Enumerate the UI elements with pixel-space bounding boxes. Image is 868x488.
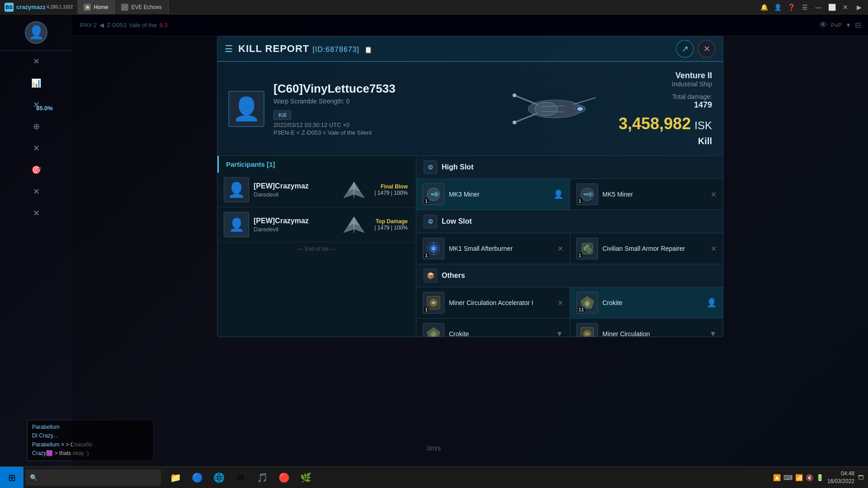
miner-circulation-item[interactable]: 1 Miner Circulation ▼: [570, 319, 723, 337]
taskbar-app-7[interactable]: 🌿: [296, 468, 316, 488]
armor-close-icon[interactable]: ✕: [711, 244, 717, 253]
equipment-panel: ⚙ High Slot: [416, 156, 723, 337]
bluestacks-logo: BS crazymazz 4.280.1.1022: [0, 3, 77, 12]
mk5-miner-name: MK5 Miner: [603, 190, 633, 198]
taskbar-right: 🔼 ⌨ 📶 🔇 🔋 04:48 16/03/2022 🗔: [773, 470, 868, 485]
mk5-miner-item[interactable]: 1 MK5 Miner ✕: [570, 179, 723, 210]
warp-scramble: Warp Scramble Strength: 0: [274, 98, 492, 105]
main-content: Participants [1] 👤 [PEW]Crazymaz Daredev…: [217, 156, 723, 337]
notification-btn[interactable]: 🔔: [758, 1, 770, 14]
taskbar-app-2[interactable]: 🔵: [187, 468, 207, 488]
taskbar-app-3[interactable]: 🌐: [209, 468, 229, 488]
mca-name: Miner Circulation Accelerator I: [449, 299, 533, 307]
side-icon-1[interactable]: ✕: [27, 52, 45, 70]
side-icon-5[interactable]: ✕: [27, 139, 45, 157]
start-button[interactable]: ⊞: [0, 467, 24, 488]
target-info: 👤 [C60]VinyLettuce7533 Warp Scramble Str…: [217, 62, 723, 156]
share-button[interactable]: ↗: [676, 40, 694, 58]
account-btn[interactable]: 👤: [771, 1, 784, 14]
mk5-miner-icon: 1: [576, 183, 598, 205]
mk3-miner-item[interactable]: 1 MK3 Miner 👤: [416, 179, 570, 210]
participants-end: — End of list —: [217, 242, 416, 256]
mk5-close-icon[interactable]: ✕: [711, 190, 717, 199]
maximize-btn[interactable]: ⬜: [826, 1, 838, 14]
participants-header: Participants [1]: [217, 156, 416, 173]
ship-class: Industrial Ship: [618, 80, 712, 88]
ship-type: Venture II: [618, 71, 712, 80]
high-slot-header: ⚙ High Slot: [416, 156, 723, 179]
ship-svg: [505, 84, 605, 134]
svg-point-6: [577, 107, 583, 111]
menu-btn[interactable]: ☰: [798, 1, 811, 14]
side-icon-8[interactable]: ✕: [27, 204, 45, 222]
chat-name-1: Parabellum: [32, 424, 60, 430]
hamburger-icon[interactable]: ☰: [225, 43, 233, 54]
final-blow-info-1: Final Blow | 1479 | 100%: [374, 183, 410, 196]
afterburner-item[interactable]: 1 MK1 Small Afterburner ✕: [416, 233, 570, 264]
bs-version: 4.280.1.1022: [47, 5, 73, 9]
mc-name: Miner Circulation: [603, 330, 650, 337]
clock-time: 04:48: [827, 470, 854, 478]
side-icon-7[interactable]: ✕: [27, 183, 45, 201]
others-icon: 📦: [424, 269, 437, 282]
expand-btn[interactable]: ▶: [853, 1, 865, 14]
others-items-2: 1 Crokite ▼: [416, 319, 723, 337]
chat-name-3: Parabellum: [32, 441, 60, 448]
panel-header-controls: ↗ ✕: [676, 40, 716, 58]
bs-tab-home[interactable]: 🏠 Home: [77, 0, 115, 14]
volume-icon: 🔇: [806, 474, 813, 481]
player-avatar[interactable]: 👤: [25, 21, 47, 44]
close-btn[interactable]: ✕: [839, 1, 852, 14]
crokite-item-2[interactable]: 1 Crokite ▼: [416, 319, 570, 337]
others-items: 1 Miner Circulation Accelerator I ✕: [416, 287, 723, 318]
home-tab-icon: 🏠: [84, 4, 91, 11]
crokite-person-icon: 👤: [707, 298, 717, 308]
chat-name-4: Crazy🟪: [32, 450, 53, 456]
damage-info-1: | 1479 | 100%: [374, 190, 408, 196]
daredevil-svg-1: [340, 180, 369, 200]
keyboard-icon: ⌨: [783, 474, 793, 481]
taskbar-app-1[interactable]: 📁: [165, 468, 185, 488]
crokite-svg-2: [425, 326, 442, 337]
crokite-name-2: Crokite: [449, 330, 469, 337]
side-icon-2[interactable]: 📊: [27, 74, 45, 92]
daredevil-svg-2: [340, 215, 369, 235]
participant-avatar-2: 👤: [224, 212, 249, 237]
close-button[interactable]: ✕: [698, 40, 716, 58]
armor-repairer-item[interactable]: 1 Civilian Small Armor Repairer ✕: [570, 233, 723, 264]
side-icon-4[interactable]: ⊕: [27, 117, 45, 136]
ship-icon-1: [338, 178, 370, 201]
help-btn[interactable]: ❓: [785, 1, 797, 14]
mca-item[interactable]: 1 Miner Circulation Accelerator I ✕: [416, 287, 570, 318]
crokite-chevron[interactable]: ▼: [556, 330, 563, 337]
taskbar-search[interactable]: 🔍: [25, 469, 161, 486]
afterburner-close-icon[interactable]: ✕: [557, 244, 563, 253]
svg-rect-30: [582, 243, 593, 254]
copy-icon[interactable]: 📋: [364, 46, 373, 53]
taskbar-app-4[interactable]: ✉: [231, 468, 250, 488]
notification-center[interactable]: 🗔: [858, 474, 863, 481]
minimize-btn[interactable]: —: [812, 1, 825, 14]
svg-line-3: [573, 98, 596, 104]
target-name: [C60]VinyLettuce7533: [274, 82, 492, 96]
participant-info-1: [PEW]Crazymaz Daredevil: [254, 182, 334, 198]
svg-point-36: [432, 301, 435, 304]
participant-item-2[interactable]: 👤 [PEW]Crazymaz Daredevil: [217, 207, 416, 242]
taskbar-app-6[interactable]: 🔴: [274, 468, 294, 488]
afterburner-count: 1: [424, 253, 429, 258]
bs-tab-eve[interactable]: 🎮 EVE Echoes: [115, 0, 168, 14]
isk-label: ISK: [694, 119, 712, 132]
participant-item-1[interactable]: 👤 [PEW]Crazymaz Daredevil: [217, 173, 416, 207]
taskbar-app-5[interactable]: 🎵: [252, 468, 272, 488]
side-icon-6[interactable]: 🎯: [27, 161, 45, 179]
others-section: 📦 Others: [416, 264, 723, 319]
high-slot-icon: ⚙: [424, 160, 437, 174]
high-slot-section: ⚙ High Slot: [416, 156, 723, 210]
mc-chevron[interactable]: ▼: [709, 330, 717, 337]
expand-tray-icon[interactable]: 🔼: [773, 474, 781, 481]
mca-close-icon[interactable]: ✕: [557, 299, 563, 307]
participant-avatar-1: 👤: [224, 177, 249, 202]
crokite-item-1[interactable]: 11 Crokite 👤: [570, 287, 723, 318]
armor-count: 1: [578, 253, 582, 258]
others-section-2: 1 Crokite ▼: [416, 319, 723, 337]
